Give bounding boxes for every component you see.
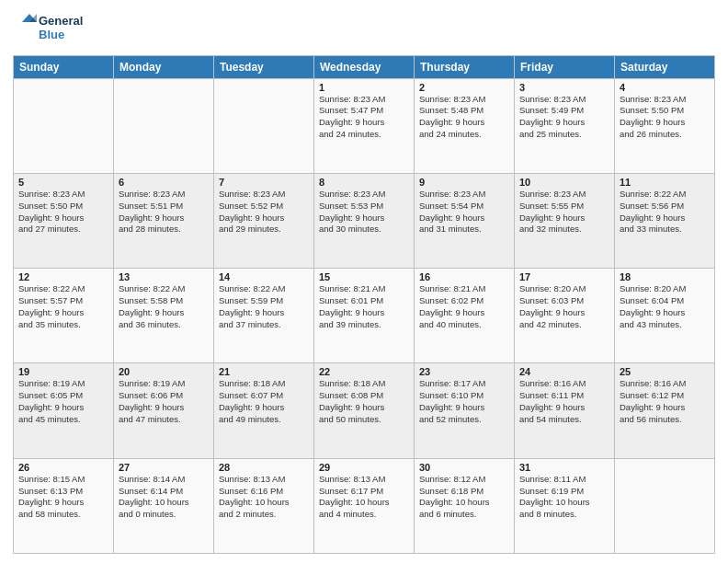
day-number: 17 [519,271,609,282]
day-info: Sunrise: 8:11 AMSunset: 6:19 PMDaylight:… [519,474,609,521]
day-number: 9 [419,177,509,188]
day-info: Sunrise: 8:23 AMSunset: 5:51 PMDaylight:… [119,189,209,236]
day-info: Sunrise: 8:22 AMSunset: 5:58 PMDaylight:… [119,283,209,330]
day-info: Sunrise: 8:18 AMSunset: 6:07 PMDaylight:… [219,378,309,425]
day-cell: 24Sunrise: 8:16 AMSunset: 6:11 PMDayligh… [515,363,615,458]
day-number: 6 [119,177,209,188]
day-number: 11 [620,177,710,188]
day-info: Sunrise: 8:17 AMSunset: 6:10 PMDaylight:… [419,378,509,425]
day-cell [214,78,314,173]
day-info: Sunrise: 8:12 AMSunset: 6:18 PMDaylight:… [419,474,509,521]
day-number: 30 [419,462,509,473]
day-info: Sunrise: 8:23 AMSunset: 5:55 PMDaylight:… [519,189,609,236]
day-info: Sunrise: 8:14 AMSunset: 6:14 PMDaylight:… [119,474,209,521]
day-cell: 4Sunrise: 8:23 AMSunset: 5:50 PMDaylight… [615,78,715,173]
day-cell: 9Sunrise: 8:23 AMSunset: 5:54 PMDaylight… [415,173,515,268]
calendar-table: SundayMondayTuesdayWednesdayThursdayFrid… [13,55,715,554]
day-info: Sunrise: 8:13 AMSunset: 6:16 PMDaylight:… [219,474,309,521]
day-cell: 27Sunrise: 8:14 AMSunset: 6:14 PMDayligh… [114,458,214,553]
top-section: General Blue [13,9,715,50]
day-cell: 8Sunrise: 8:23 AMSunset: 5:53 PMDaylight… [314,173,415,268]
svg-text:General: General [39,14,83,28]
day-info: Sunrise: 8:22 AMSunset: 5:56 PMDaylight:… [620,189,710,236]
logo: General Blue [13,9,96,50]
day-cell: 2Sunrise: 8:23 AMSunset: 5:48 PMDaylight… [415,78,515,173]
day-number: 27 [119,462,209,473]
day-info: Sunrise: 8:16 AMSunset: 6:11 PMDaylight:… [519,378,609,425]
day-cell: 14Sunrise: 8:22 AMSunset: 5:59 PMDayligh… [214,269,314,363]
day-info: Sunrise: 8:23 AMSunset: 5:54 PMDaylight:… [419,189,509,236]
day-info: Sunrise: 8:23 AMSunset: 5:50 PMDaylight:… [18,189,108,236]
day-info: Sunrise: 8:22 AMSunset: 5:59 PMDaylight:… [219,283,309,330]
day-number: 21 [219,366,309,377]
day-info: Sunrise: 8:18 AMSunset: 6:08 PMDaylight:… [319,378,409,425]
day-cell: 17Sunrise: 8:20 AMSunset: 6:03 PMDayligh… [515,269,615,363]
day-cell: 20Sunrise: 8:19 AMSunset: 6:06 PMDayligh… [114,363,214,458]
day-cell: 12Sunrise: 8:22 AMSunset: 5:57 PMDayligh… [14,269,114,363]
header-tuesday: Tuesday [214,55,314,78]
header-thursday: Thursday [415,55,515,78]
day-info: Sunrise: 8:20 AMSunset: 6:04 PMDaylight:… [620,283,710,330]
day-info: Sunrise: 8:19 AMSunset: 6:05 PMDaylight:… [18,378,108,425]
day-number: 23 [419,366,509,377]
day-cell: 31Sunrise: 8:11 AMSunset: 6:19 PMDayligh… [515,458,615,553]
day-number: 16 [419,271,509,282]
day-number: 24 [519,366,609,377]
day-info: Sunrise: 8:21 AMSunset: 6:02 PMDaylight:… [419,283,509,330]
day-cell: 15Sunrise: 8:21 AMSunset: 6:01 PMDayligh… [314,269,415,363]
day-cell [114,78,214,173]
day-cell [615,458,715,553]
day-cell: 21Sunrise: 8:18 AMSunset: 6:07 PMDayligh… [214,363,314,458]
day-cell: 18Sunrise: 8:20 AMSunset: 6:04 PMDayligh… [615,269,715,363]
header-wednesday: Wednesday [314,55,415,78]
day-number: 22 [319,366,409,377]
day-number: 8 [319,177,409,188]
day-info: Sunrise: 8:23 AMSunset: 5:49 PMDaylight:… [519,94,609,141]
week-row-4: 26Sunrise: 8:15 AMSunset: 6:13 PMDayligh… [14,458,715,553]
day-number: 7 [219,177,309,188]
day-cell: 6Sunrise: 8:23 AMSunset: 5:51 PMDaylight… [114,173,214,268]
day-number: 12 [18,271,108,282]
day-cell: 19Sunrise: 8:19 AMSunset: 6:05 PMDayligh… [14,363,114,458]
day-number: 2 [419,82,509,93]
day-number: 19 [18,366,108,377]
header-monday: Monday [114,55,214,78]
week-row-2: 12Sunrise: 8:22 AMSunset: 5:57 PMDayligh… [14,269,715,363]
day-cell: 5Sunrise: 8:23 AMSunset: 5:50 PMDaylight… [14,173,114,268]
day-number: 14 [219,271,309,282]
day-cell: 13Sunrise: 8:22 AMSunset: 5:58 PMDayligh… [114,269,214,363]
day-cell: 23Sunrise: 8:17 AMSunset: 6:10 PMDayligh… [415,363,515,458]
day-number: 18 [620,271,710,282]
day-cell [14,78,114,173]
day-number: 10 [519,177,609,188]
day-cell: 29Sunrise: 8:13 AMSunset: 6:17 PMDayligh… [314,458,415,553]
day-cell: 1Sunrise: 8:23 AMSunset: 5:47 PMDaylight… [314,78,415,173]
day-number: 26 [18,462,108,473]
header-friday: Friday [515,55,615,78]
header-saturday: Saturday [615,55,715,78]
day-number: 13 [119,271,209,282]
day-number: 28 [219,462,309,473]
day-cell: 28Sunrise: 8:13 AMSunset: 6:16 PMDayligh… [214,458,314,553]
day-number: 15 [319,271,409,282]
day-cell: 22Sunrise: 8:18 AMSunset: 6:08 PMDayligh… [314,363,415,458]
day-info: Sunrise: 8:23 AMSunset: 5:52 PMDaylight:… [219,189,309,236]
day-number: 20 [119,366,209,377]
day-cell: 10Sunrise: 8:23 AMSunset: 5:55 PMDayligh… [515,173,615,268]
day-number: 1 [319,82,409,93]
day-info: Sunrise: 8:23 AMSunset: 5:48 PMDaylight:… [419,94,509,141]
day-cell: 3Sunrise: 8:23 AMSunset: 5:49 PMDaylight… [515,78,615,173]
day-cell: 30Sunrise: 8:12 AMSunset: 6:18 PMDayligh… [415,458,515,553]
day-number: 31 [519,462,609,473]
day-info: Sunrise: 8:22 AMSunset: 5:57 PMDaylight:… [18,283,108,330]
day-info: Sunrise: 8:16 AMSunset: 6:12 PMDaylight:… [620,378,710,425]
header-sunday: Sunday [14,55,114,78]
day-info: Sunrise: 8:15 AMSunset: 6:13 PMDaylight:… [18,474,108,521]
day-info: Sunrise: 8:13 AMSunset: 6:17 PMDaylight:… [319,474,409,521]
day-info: Sunrise: 8:20 AMSunset: 6:03 PMDaylight:… [519,283,609,330]
week-row-1: 5Sunrise: 8:23 AMSunset: 5:50 PMDaylight… [14,173,715,268]
day-info: Sunrise: 8:21 AMSunset: 6:01 PMDaylight:… [319,283,409,330]
header-row: SundayMondayTuesdayWednesdayThursdayFrid… [14,55,715,78]
day-cell: 26Sunrise: 8:15 AMSunset: 6:13 PMDayligh… [14,458,114,553]
day-cell: 7Sunrise: 8:23 AMSunset: 5:52 PMDaylight… [214,173,314,268]
